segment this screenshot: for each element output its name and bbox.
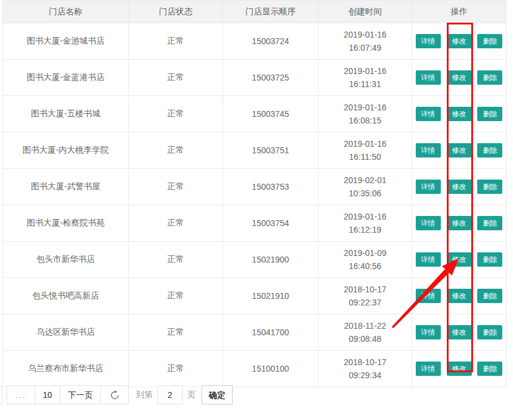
pagination-bar: ... 10 下一页 到第 页 确定 [0,385,513,404]
cell-created-time: 2019-02-01 10:35:06 [319,169,412,205]
cell-store-status: 正常 [129,60,223,96]
page-ellipsis-button[interactable]: ... [7,385,35,404]
table-row: 图书大厦-内大桃李学院 正常 15003751 2019-01-16 16:11… [3,132,506,169]
confirm-button[interactable]: 确定 [202,385,233,404]
refresh-icon [110,390,120,400]
edit-button[interactable]: 修改 [447,143,472,158]
delete-button[interactable]: 删除 [477,362,502,376]
header-store-name: 门店名称 [3,1,129,23]
cell-store-name: 包头市新华书店 [3,242,129,278]
cell-display-order: 15100100 [223,351,319,387]
cell-display-order: 15003753 [223,169,319,205]
delete-button[interactable]: 删除 [477,34,502,48]
detail-button[interactable]: 详情 [416,34,441,48]
cell-store-status: 正常 [129,169,223,205]
table-body: 图书大厦-金游城书店 正常 15003724 2019-01-16 16:07:… [3,23,506,387]
cell-store-name: 图书大厦-金游城书店 [3,23,129,60]
delete-button[interactable]: 删除 [477,216,502,230]
delete-button[interactable]: 删除 [477,325,502,339]
cell-created-time: 2019-01-16 16:12:19 [319,205,412,242]
detail-button[interactable]: 详情 [416,107,441,121]
cell-store-status: 正常 [129,278,223,314]
delete-button[interactable]: 删除 [477,70,502,85]
next-page-button[interactable]: 下一页 [60,385,101,404]
cell-created-time: 2019-01-16 16:11:50 [319,132,412,169]
edit-button[interactable]: 修改 [447,34,472,48]
edit-button[interactable]: 修改 [447,216,472,230]
cell-operations: 详情 修改 删除 [412,242,506,278]
page-number-input[interactable] [157,385,183,404]
cell-display-order: 15003751 [223,132,319,169]
cell-store-status: 正常 [129,351,223,387]
cell-store-name: 图书大厦-检察院书苑 [3,205,129,242]
cell-store-name: 乌兰察布市新华书店 [3,351,129,387]
detail-button[interactable]: 详情 [416,70,441,85]
page-button-10[interactable]: 10 [35,385,60,404]
table-row: 图书大厦-武警书屋 正常 15003753 2019-02-01 10:35:0… [3,169,506,205]
cell-store-status: 正常 [129,23,223,60]
table-row: 图书大厦-金游城书店 正常 15003724 2019-01-16 16:07:… [3,23,506,60]
header-display-order: 门店显示顺序 [223,1,319,23]
cell-store-status: 正常 [129,314,223,351]
cell-operations: 详情 修改 删除 [412,169,506,205]
table-row: 图书大厦-检察院书苑 正常 15003754 2019-01-16 16:12:… [3,205,506,242]
cell-created-time: 2019-01-16 16:11:31 [319,60,412,96]
delete-button[interactable]: 删除 [477,289,502,303]
cell-display-order: 15003754 [223,205,319,242]
table-row: 图书大厦-五楼书城 正常 15003745 2019-01-16 16:08:1… [3,96,506,132]
detail-button[interactable]: 详情 [416,362,441,376]
cell-store-status: 正常 [129,205,223,242]
store-table: 门店名称 门店状态 门店显示顺序 创建时间 操作 图书大厦-金游城书店 正常 1… [2,0,506,387]
edit-button[interactable]: 修改 [447,70,472,85]
cell-operations: 详情 修改 删除 [412,96,506,132]
edit-button[interactable]: 修改 [447,252,472,267]
page: 门店名称 门店状态 门店显示顺序 创建时间 操作 图书大厦-金游城书店 正常 1… [0,0,513,420]
cell-operations: 详情 修改 删除 [412,205,506,242]
cell-store-name: 图书大厦-内大桃李学院 [3,132,129,169]
page-unit-label: 页 [187,390,196,400]
detail-button[interactable]: 详情 [416,289,441,303]
detail-button[interactable]: 详情 [416,325,441,339]
edit-button[interactable]: 修改 [447,289,472,303]
table-row: 乌兰察布市新华书店 正常 15100100 2018-10-17 09:29:3… [3,351,506,387]
goto-page-label: 到第 [136,390,153,400]
header-created-time: 创建时间 [319,1,412,23]
cell-operations: 详情 修改 删除 [412,132,506,169]
cell-store-status: 正常 [129,96,223,132]
delete-button[interactable]: 删除 [477,143,502,158]
header-store-status: 门店状态 [129,1,223,23]
detail-button[interactable]: 详情 [416,216,441,230]
delete-button[interactable]: 删除 [477,252,502,267]
cell-operations: 详情 修改 删除 [412,60,506,96]
cell-created-time: 2019-01-09 16:40:56 [319,242,412,278]
delete-button[interactable]: 删除 [477,107,502,121]
detail-button[interactable]: 详情 [416,252,441,267]
table-row: 乌达区新华书店 正常 15041700 2018-11-22 09:08:48 … [3,314,506,351]
cell-store-name: 乌达区新华书店 [3,314,129,351]
table-row: 包头市新华书店 正常 15021900 2019-01-09 16:40:56 … [3,242,506,278]
table-row: 包头悦书吧高新店 正常 15021910 2018-10-17 09:22:37… [3,278,506,314]
detail-button[interactable]: 详情 [416,180,441,194]
refresh-button[interactable] [100,385,129,404]
cell-display-order: 15003724 [223,23,319,60]
page-button-cutoff[interactable] [0,385,2,404]
delete-button[interactable]: 删除 [477,180,502,194]
detail-button[interactable]: 详情 [416,143,441,158]
cell-created-time: 2018-10-17 09:22:37 [319,278,412,314]
cell-store-name: 图书大厦-武警书屋 [3,169,129,205]
table-row: 图书大厦-金蓝港书店 正常 15003725 2019-01-16 16:11:… [3,60,506,96]
edit-button[interactable]: 修改 [447,107,472,121]
cell-store-name: 图书大厦-金蓝港书店 [3,60,129,96]
cell-created-time: 2019-01-16 16:07:49 [319,23,412,60]
edit-button[interactable]: 修改 [447,325,472,339]
cell-operations: 详情 修改 删除 [412,351,506,387]
edit-button[interactable]: 修改 [447,180,472,194]
edit-button[interactable]: 修改 [447,362,472,376]
header-operations: 操作 [412,1,506,23]
cell-display-order: 15003725 [223,60,319,96]
cell-operations: 详情 修改 删除 [412,23,506,60]
cell-store-name: 图书大厦-五楼书城 [3,96,129,132]
cell-created-time: 2018-11-22 09:08:48 [319,314,412,351]
cell-store-name: 包头悦书吧高新店 [3,278,129,314]
cell-display-order: 15021900 [223,242,319,278]
